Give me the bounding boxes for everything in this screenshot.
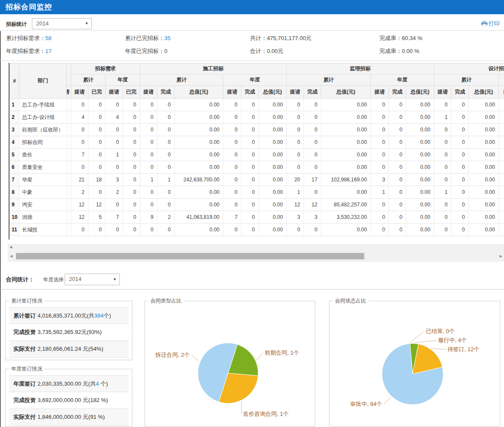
column-header: 已完 bbox=[123, 86, 140, 99]
table-cell: 0 bbox=[451, 211, 469, 224]
column-header: 提请 bbox=[434, 86, 451, 99]
bidding-year-select[interactable]: 2014 ▼ bbox=[32, 18, 92, 29]
table-cell: 0.00 bbox=[175, 124, 223, 136]
column-header: 提请 bbox=[499, 86, 504, 99]
table-cell: 0.00 bbox=[406, 174, 434, 186]
table-cell: 0 bbox=[223, 99, 241, 111]
pie-label-履行中: 履行中, 4个 bbox=[438, 337, 466, 343]
contract-year-select[interactable]: 2014 ▼ bbox=[65, 274, 120, 285]
table-cell bbox=[499, 124, 504, 136]
table-cell: 0 bbox=[241, 161, 259, 174]
table-cell: 0 bbox=[88, 124, 106, 136]
stat-value: 2,180,656,061.24 元(54%) bbox=[38, 346, 103, 352]
table-cell: 0 bbox=[241, 199, 259, 211]
table-cell: 0 bbox=[123, 111, 140, 124]
contract-stats-bar: 合同统计： 年度选择 2014 ▼ bbox=[0, 271, 504, 290]
table-cell: 1 bbox=[434, 111, 451, 124]
column-header: 年度 bbox=[371, 75, 434, 86]
table-cell: 0 bbox=[451, 186, 469, 199]
stat-value-link[interactable]: 384 bbox=[94, 312, 104, 319]
table-cell: 0.00 bbox=[321, 111, 371, 124]
table-cell bbox=[67, 99, 71, 111]
table-cell: 0 bbox=[241, 174, 259, 186]
table-cell: 0 bbox=[71, 136, 88, 149]
stat-rows: 年度签订 2,030,335,300.00 元(共4 个) 完成投资 3,692… bbox=[9, 375, 128, 426]
table-cell: 0 bbox=[140, 224, 157, 236]
table-cell bbox=[67, 199, 71, 211]
table-cell: 0 bbox=[389, 99, 406, 111]
dept-cell: 前期部（征收部） bbox=[19, 124, 67, 136]
table-cell: 0 bbox=[223, 199, 241, 211]
scrollbar-thumb[interactable] bbox=[16, 253, 364, 259]
table-cell: 0 bbox=[123, 136, 140, 149]
table-cell: 0.00 bbox=[406, 99, 434, 111]
table-cell: 0 bbox=[223, 124, 241, 136]
stat-value: 3,692,000,000.00 元(182 %) bbox=[38, 397, 108, 403]
table-cell: 2 bbox=[10, 111, 19, 124]
bidding-summary: 累计招标需求：58 年度招标需求：17 累计已完招标：35 年度已完招标：0 共… bbox=[0, 31, 504, 61]
table-cell: 12 bbox=[287, 199, 304, 211]
chevron-down-icon: ▼ bbox=[85, 22, 88, 25]
contract-section-label: 合同统计： bbox=[6, 276, 34, 284]
table-cell: 0 bbox=[71, 99, 88, 111]
table-cell: 0 bbox=[389, 211, 406, 224]
table-cell: 0 bbox=[157, 186, 175, 199]
summary-value[interactable]: 35 bbox=[164, 35, 170, 41]
table-cell: 12 bbox=[304, 199, 321, 211]
scroll-left-icon[interactable]: ◀ bbox=[9, 245, 12, 249]
table-cell: 1 bbox=[10, 99, 19, 111]
table-cell: 0 bbox=[123, 174, 140, 186]
column-header: 监理招标 bbox=[287, 63, 434, 75]
table-cell: 0 bbox=[451, 136, 469, 149]
panel-contract-status-pie: 合同状态占比 已结算, 0个履行中, 4个待签订, 12个审批中, 84个 bbox=[329, 297, 500, 427]
table-cell: 0 bbox=[241, 186, 259, 199]
stat-row: 年度签订 2,030,335,300.00 元(共4 个) bbox=[9, 375, 128, 392]
table-cell: 12 bbox=[71, 199, 88, 211]
table-cell: 0 bbox=[371, 136, 389, 149]
summary-value: 0.00 % bbox=[402, 48, 419, 54]
table-cell: 0 bbox=[241, 136, 259, 149]
table-cell: 0 bbox=[434, 149, 451, 161]
scrollbar-left-arrow-icon[interactable]: ◀ bbox=[10, 254, 13, 258]
table-cell: 4 bbox=[10, 136, 19, 149]
print-button[interactable]: 打印 bbox=[481, 20, 500, 28]
column-header: 累计 bbox=[71, 75, 106, 86]
table-cell: 17 bbox=[304, 174, 321, 186]
table-cell: 41,063,819.00 bbox=[175, 211, 223, 224]
table-cell: 0.00 bbox=[175, 186, 223, 199]
table-cell: 3,530,232.00 bbox=[321, 211, 371, 224]
table-cell: 0.00 bbox=[175, 199, 223, 211]
table-cell: 0.00 bbox=[321, 161, 371, 174]
table-row: 11长城投0000000.00000.00000.00000.00000.00 bbox=[10, 224, 504, 236]
summary-value[interactable]: 17 bbox=[45, 48, 51, 54]
column-header: 年度 bbox=[106, 75, 140, 86]
print-label: 打印 bbox=[488, 20, 500, 27]
dept-cell: 中豪 bbox=[19, 186, 67, 199]
pie-label-造价咨询合同: 造价咨询合同, 1个 bbox=[243, 411, 288, 417]
table-cell: 0 bbox=[157, 124, 175, 136]
table-cell: 0 bbox=[389, 186, 406, 199]
scrollbar-right-arrow-icon[interactable]: ▶ bbox=[500, 254, 502, 258]
table-cell: 0 bbox=[389, 136, 406, 149]
table-cell: 0.00 bbox=[259, 224, 287, 236]
table-cell bbox=[67, 224, 71, 236]
table-cell: 0.00 bbox=[259, 99, 287, 111]
table-row: 6质量安全0000000.00000.00000.00000.00000.00 bbox=[10, 161, 504, 174]
column-header: 年度 bbox=[223, 75, 287, 86]
stat-value: 个) bbox=[103, 312, 111, 319]
summary-label: 完成率： bbox=[379, 35, 402, 41]
stat-label: 实际支付 bbox=[9, 413, 38, 421]
table-cell: 0.00 bbox=[259, 174, 287, 186]
column-header: 完成 bbox=[241, 86, 259, 99]
table-cell: 3 bbox=[10, 124, 19, 136]
table-cell: 0.00 bbox=[406, 224, 434, 236]
summary-label: 合计： bbox=[250, 48, 267, 54]
table-cell: 0 bbox=[88, 224, 106, 236]
table-cell: 0 bbox=[451, 124, 469, 136]
table-cell: 0 bbox=[71, 161, 88, 174]
table-cell: 0 bbox=[123, 199, 140, 211]
table-cell: 0.00 bbox=[321, 99, 371, 111]
table-cell: 0.00 bbox=[406, 199, 434, 211]
pie-leader-line bbox=[410, 331, 424, 343]
summary-value[interactable]: 58 bbox=[45, 35, 51, 41]
